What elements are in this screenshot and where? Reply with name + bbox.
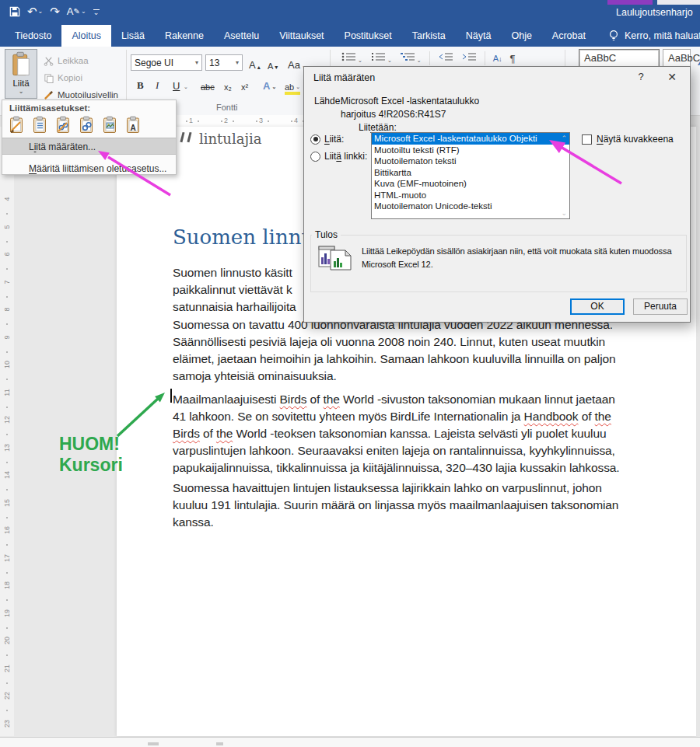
underline-options-chevron[interactable]: ⌄: [184, 75, 188, 92]
tab-postitukset[interactable]: Postitukset: [334, 25, 402, 47]
strikethrough-button[interactable]: abc: [201, 75, 215, 92]
paste-format-option[interactable]: Muotoiltu teksti (RTF): [372, 145, 569, 156]
style-gallery-item[interactable]: A: [694, 49, 700, 83]
scroll-up-icon[interactable]: ⌃: [561, 134, 567, 142]
text-line: paikkalinnut viettävät k: [173, 281, 296, 298]
grow-font-button[interactable]: A▴: [249, 54, 261, 71]
vertical-ruler[interactable]: 4567891011121314151617181920212223: [0, 127, 15, 736]
keep-source-formatting-icon[interactable]: [8, 116, 25, 134]
link-and-keep-formatting-icon[interactable]: [54, 116, 72, 134]
paste-format-option[interactable]: Bittikartta: [372, 167, 569, 179]
text-line: Suomessa havaittujen lintujen listaukses…: [173, 480, 618, 497]
paste-button[interactable]: Liitä ⌄: [5, 49, 37, 99]
radio-paste[interactable]: Liitä:: [310, 134, 344, 145]
radio-button-selected[interactable]: [310, 134, 320, 145]
copy-button[interactable]: Kopioi: [44, 70, 82, 86]
ruler-tick: [6, 268, 8, 270]
text-line: Säännöllisesti pesiviä lajeja oli vuonna…: [173, 333, 616, 351]
ruler-number: 8: [3, 302, 11, 316]
underline-button[interactable]: U: [173, 75, 180, 92]
ruler-number: 21: [3, 661, 11, 675]
ruler-tick: [6, 434, 8, 435]
tab-acrobat[interactable]: Acrobat: [542, 25, 596, 47]
italic-button[interactable]: I: [156, 75, 159, 92]
tab-viittaukset[interactable]: Viittaukset: [269, 25, 334, 47]
status-smudge: [216, 742, 223, 745]
shrink-font-button[interactable]: A▾: [268, 54, 278, 71]
ruler-tick: [186, 120, 187, 122]
link-icon[interactable]: [78, 116, 95, 134]
dialog-close-button[interactable]: ✕: [660, 67, 684, 87]
radio-button[interactable]: [310, 152, 320, 162]
tab-aloitus[interactable]: Aloitus: [61, 25, 111, 47]
font-style-icon[interactable]: A✎⌄: [67, 4, 86, 19]
keep-text-formatting-icon[interactable]: [31, 116, 48, 134]
undo-icon[interactable]: ↶⌄: [27, 4, 43, 19]
pilcrow-icon[interactable]: ¶: [509, 53, 515, 65]
ruler-number: 10: [3, 358, 11, 372]
tab-tiedosto[interactable]: Tiedosto: [5, 25, 61, 47]
ruler-number: 12: [3, 413, 11, 427]
tab-lisää[interactable]: Lisää: [111, 25, 155, 47]
checkbox-unchecked[interactable]: [582, 134, 592, 145]
sort-icon[interactable]: A↓: [493, 54, 502, 63]
paste-format-option[interactable]: Microsoft Excel -laskentataulukko Objekt…: [372, 133, 569, 145]
corner-decoration-light: [657, 0, 700, 5]
font-name-combo[interactable]: Segoe UI▾: [131, 54, 202, 71]
decrease-indent-icon[interactable]: [438, 51, 453, 65]
paragraph: Suomessa on tavattu 400 luonnonvaraista …: [173, 316, 616, 385]
paragraph: Suomessa havaittujen lintujen listaukses…: [173, 480, 618, 531]
keep-text-only-icon[interactable]: A: [124, 116, 142, 134]
separator: [485, 51, 485, 65]
paste-format-option[interactable]: Kuva (EMF-muotoinen): [372, 178, 569, 190]
font-size-combo[interactable]: 13▾: [205, 54, 243, 71]
menu-item-paste-special[interactable]: Liitä määräten...: [2, 138, 176, 155]
menu-item-set-default-paste[interactable]: Määritä liittämisen oletusasetus...: [2, 160, 176, 177]
subscript-button[interactable]: x₂: [224, 75, 232, 92]
tab-näytä[interactable]: Näytä: [456, 25, 502, 47]
ok-button[interactable]: OK: [570, 298, 625, 315]
quick-access-toolbar: ↶⌄ ↷ A✎⌄ ⌄: [9, 4, 100, 19]
ruler-tick: [256, 120, 257, 122]
ruler-tick: [6, 517, 8, 518]
ruler-number: 4: [294, 117, 298, 124]
superscript-button[interactable]: x²: [241, 75, 248, 92]
paste-special-dialog: Liitä määräten ? ✕ Lähde: Microsoft Exce…: [303, 66, 691, 323]
tab-ohje[interactable]: Ohje: [501, 25, 541, 47]
fragment-text: lintulajia: [199, 131, 262, 147]
redo-icon[interactable]: ↷: [50, 4, 60, 19]
cut-button[interactable]: Leikkaa: [44, 53, 89, 68]
paste-format-option[interactable]: HTML-muoto: [372, 190, 569, 201]
tell-me-box[interactable]: Kerro, mitä haluat tehdä: [608, 25, 700, 47]
ruler-number: 17: [3, 551, 11, 565]
ruler-number: 19: [3, 606, 11, 620]
dialog-help-button[interactable]: ?: [629, 67, 653, 87]
tab-asettelu[interactable]: Asettelu: [214, 25, 269, 47]
multilevel-list-icon[interactable]: ⌄: [400, 51, 422, 65]
paste-format-option[interactable]: Muotoilematon teksti: [372, 155, 569, 167]
display-as-icon-option[interactable]: Näytä kuvakkeena: [582, 134, 674, 145]
font-size-value: 13: [209, 58, 219, 68]
radio-paste-link[interactable]: Liitä linkki:: [310, 151, 367, 162]
save-icon[interactable]: [9, 6, 20, 17]
paste-format-option[interactable]: Muotoilematon Unicode-teksti: [372, 201, 569, 212]
scroll-down-icon[interactable]: ⌄: [561, 209, 567, 217]
source-label: Lähde:: [314, 96, 343, 106]
text-effects-button[interactable]: A⌄: [263, 75, 276, 92]
highlight-button[interactable]: ab⌄: [285, 75, 300, 95]
customize-quick-access-icon[interactable]: ⌄: [93, 9, 100, 15]
ruler-tick: [6, 351, 8, 353]
ruler-tick: [6, 489, 8, 490]
tab-rakenne[interactable]: Rakenne: [155, 25, 214, 47]
cancel-button[interactable]: Peruuta: [633, 298, 688, 315]
increase-indent-icon[interactable]: [461, 51, 477, 65]
numbered-list-icon[interactable]: ⌄: [370, 51, 392, 65]
ruler-tick: [291, 120, 292, 122]
bold-button[interactable]: B: [137, 75, 144, 92]
app-background: [14, 127, 117, 736]
paste-format-listbox[interactable]: ⌃ ⌄ Microsoft Excel -laskentataulukko Ob…: [371, 132, 570, 219]
tab-tarkista[interactable]: Tarkista: [402, 25, 456, 47]
picture-icon[interactable]: [101, 116, 118, 134]
horizontal-ruler[interactable]: 1234: [177, 115, 303, 127]
bullet-list-icon[interactable]: ⌄: [341, 51, 362, 65]
